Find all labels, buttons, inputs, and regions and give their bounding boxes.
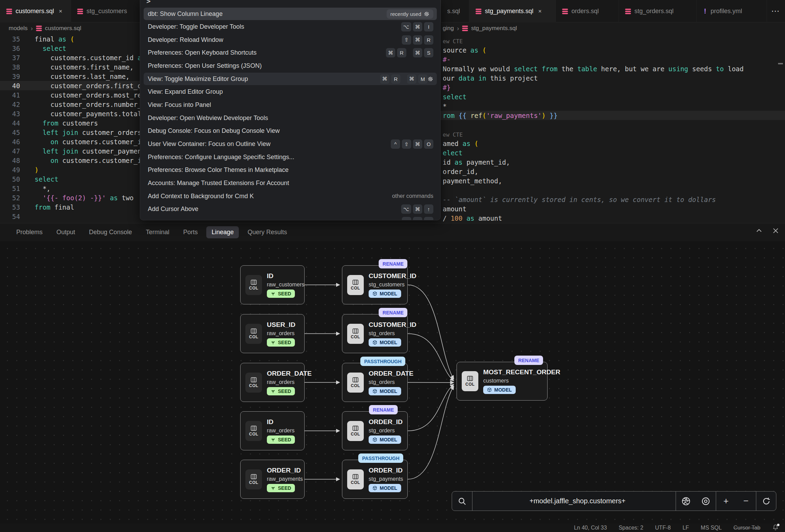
command-palette-input[interactable]: > [146, 0, 151, 5]
editor-tab[interactable]: customers.sql× [0, 0, 71, 22]
breadcrumb-folder[interactable]: ging [443, 25, 454, 32]
command-item[interactable]: View: Focus into Panel [144, 99, 437, 111]
lineage-node-user_id[interactable]: COLUSER_IDraw_ordersSEED [240, 314, 305, 353]
breadcrumb-file[interactable]: customers.sql [45, 25, 81, 32]
lineage-node-order_id[interactable]: COLORDER_IDraw_paymentsSEED [240, 460, 305, 499]
aperture-icon[interactable] [676, 492, 696, 511]
code-text: left join customer_orders [35, 129, 142, 136]
command-item[interactable]: User View Container: Focus on Outline Vi… [144, 138, 437, 150]
command-label: Preferences: Open Keyboard Shortcuts [148, 49, 386, 56]
command-item[interactable]: dbt: Show Column Lineagerecently used [144, 8, 437, 20]
code-line[interactable]: ew CTE [441, 36, 785, 45]
code-line[interactable] [441, 185, 785, 195]
lineage-node-order_id[interactable]: RENAMECOLORDER_IDstg_ordersMODEL [342, 411, 408, 450]
zoom-in-button[interactable]: + [716, 492, 736, 511]
search-icon[interactable] [452, 492, 472, 511]
tab-overflow-icon[interactable]: ⋯ [771, 6, 780, 16]
lineage-node-id[interactable]: COLIDraw_ordersSEED [240, 411, 305, 450]
command-item[interactable]: Developer: Toggle Developer Tools⌥⌘I [144, 21, 437, 33]
zoom-out-button[interactable]: − [736, 492, 756, 511]
editor-tab[interactable]: s.sql [441, 0, 469, 22]
code-line[interactable]: amed as ( [441, 139, 785, 148]
gear-icon[interactable] [427, 76, 433, 82]
command-item[interactable]: Debug Console: Focus on Debug Console Vi… [144, 125, 437, 137]
status-ln-40-col-33[interactable]: Ln 40, Col 33 [574, 525, 607, 531]
status-lf[interactable]: LF [683, 525, 689, 531]
command-item[interactable]: Accounts: Manage Trusted Extensions For … [144, 177, 437, 189]
close-icon[interactable] [772, 227, 779, 235]
code-line[interactable]: #} [441, 83, 785, 92]
code-line[interactable]: rom {{ ref('raw_payments') }} [441, 111, 785, 120]
command-item[interactable]: Developer: Open Webview Developer Tools [144, 112, 437, 124]
command-item[interactable]: Preferences: Browse Color Themes in Mark… [144, 164, 437, 176]
bell-icon[interactable] [772, 524, 779, 532]
lineage-node-most_recent_order[interactable]: RENAMECOLMOST_RECENT_ORDERcustomersMODEL [457, 362, 548, 401]
command-item[interactable]: View: Expand Editor Group [144, 86, 437, 98]
keycap: O [424, 139, 433, 149]
scrollbar-mark[interactable] [778, 63, 783, 64]
panel-tab-problems[interactable]: Problems [11, 226, 48, 238]
close-icon[interactable]: × [59, 8, 62, 15]
command-item[interactable]: View: Toggle Maximize Editor Group⌘R⌘M [144, 73, 437, 85]
editor-tab[interactable]: !profiles.yml [697, 0, 767, 22]
panel-tab-output[interactable]: Output [51, 226, 80, 238]
panel-tab-lineage[interactable]: Lineage [206, 226, 239, 238]
breadcrumb-folder[interactable]: models [9, 25, 28, 32]
lineage-node-order_id[interactable]: PASSTHROUGHCOLORDER_IDstg_paymentsMODEL [342, 460, 408, 499]
panel-tab-debug-console[interactable]: Debug Console [84, 226, 137, 238]
code-line[interactable] [441, 120, 785, 129]
code-line[interactable]: order_id, [441, 167, 785, 176]
command-item[interactable]: Preferences: Open Keyboard Shortcuts⌘R⌘S [144, 47, 437, 59]
command-item[interactable]: Preferences: Configure Language Specific… [144, 151, 437, 163]
command-palette[interactable]: > dbt: Show Column Lineagerecently usedD… [140, 0, 441, 220]
command-item[interactable]: Developer: Reload Window⇧⌘R [144, 34, 437, 46]
lineage-node-customer_id[interactable]: RENAMECOLCUSTOMER_IDstg_customersMODEL [342, 265, 408, 304]
edge-type-tag: PASSTHROUGH [358, 453, 403, 463]
code-line[interactable]: -- `amount` is currently stored in cents… [441, 195, 785, 204]
lineage-node-order_date[interactable]: PASSTHROUGHCOLORDER_DATEstg_ordersMODEL [342, 363, 408, 402]
command-item[interactable]: Add Context to Background for Cmd Kother… [144, 190, 437, 202]
editor-tab[interactable]: stg_payments.sql× [469, 0, 556, 22]
status-utf-8[interactable]: UTF-8 [655, 525, 671, 531]
code-line[interactable]: ew CTE [441, 129, 785, 139]
close-icon[interactable]: × [538, 8, 542, 15]
lineage-search-input[interactable]: +model.jaffle_shop.customers+ [472, 492, 676, 511]
status-spaces-2[interactable]: Spaces: 2 [619, 525, 643, 531]
code-text: rom {{ ref('raw_payments') }} [443, 112, 558, 119]
editor-tab[interactable]: stg_orders.sql [619, 0, 697, 22]
node-badge-model: MODEL [369, 435, 401, 444]
code-line[interactable]: #- [441, 55, 785, 64]
lineage-node-order_date[interactable]: COLORDER_DATEraw_ordersSEED [240, 363, 305, 402]
command-label: Developer: Reload Window [148, 36, 402, 44]
code-editor-stg-payments[interactable]: ew CTEsource as (#-Normally we would sel… [441, 34, 785, 223]
chevron-up-icon[interactable] [755, 227, 763, 235]
code-line[interactable]: our data in this project [441, 73, 785, 83]
code-line[interactable]: Normally we would select from the table … [441, 64, 785, 73]
status-ms-sql[interactable]: MS SQL [701, 525, 722, 531]
code-segment: payment_method, [443, 177, 502, 185]
lineage-node-id[interactable]: COLIDraw_customersSEED [240, 265, 305, 304]
target-icon[interactable] [696, 492, 716, 511]
code-line[interactable]: source as ( [441, 45, 785, 55]
code-line[interactable]: elect [441, 148, 785, 157]
code-line[interactable]: * [441, 101, 785, 111]
panel-tab-ports[interactable]: Ports [178, 226, 203, 238]
code-line[interactable]: / 100 as amount [441, 213, 785, 223]
status-cursor-tab[interactable]: Cursor Tab [733, 525, 760, 531]
panel-tab-query-results[interactable]: Query Results [242, 226, 292, 238]
code-text: / 100 as amount [443, 214, 502, 222]
code-line[interactable]: id as payment_id, [441, 157, 785, 167]
command-item[interactable]: Preferences: Open User Settings (JSON) [144, 60, 437, 72]
code-line[interactable]: amount [441, 204, 785, 213]
breadcrumb[interactable]: ging › stg_payments.sql [441, 22, 785, 34]
code-line[interactable]: payment_method, [441, 176, 785, 185]
code-line[interactable]: select [441, 92, 785, 101]
lineage-node-customer_id[interactable]: RENAMECOLCUSTOMER_IDstg_ordersMODEL [342, 314, 408, 353]
editor-tab[interactable]: orders.sql [556, 0, 619, 22]
code-text: Normally we would select from the table … [443, 65, 743, 73]
command-item[interactable]: Add Cursor Above⌥⌘↑ [144, 203, 437, 215]
refresh-icon[interactable] [756, 492, 776, 511]
breadcrumb-file[interactable]: stg_payments.sql [471, 25, 517, 32]
gear-icon[interactable] [424, 11, 430, 17]
panel-tab-terminal[interactable]: Terminal [141, 226, 174, 238]
